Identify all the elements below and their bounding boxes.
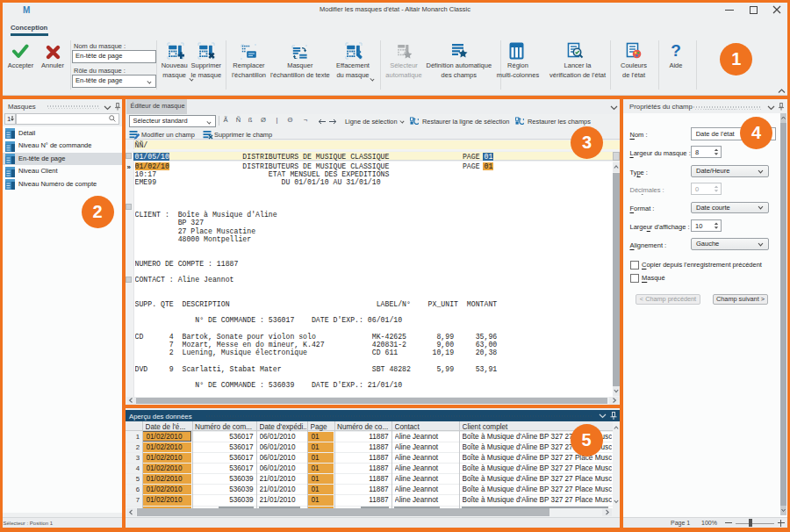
svg-text:?: ? — [671, 42, 681, 60]
svg-text:1: 1 — [7, 115, 11, 123]
